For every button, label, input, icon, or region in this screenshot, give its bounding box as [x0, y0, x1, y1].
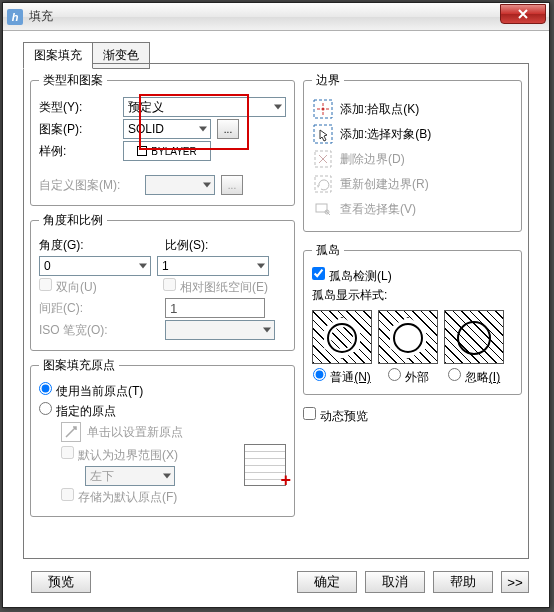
label-custom: 自定义图案(M): — [39, 177, 139, 194]
legend-origin: 图案填充原点 — [39, 357, 119, 374]
pattern-browse-button[interactable]: ... — [217, 119, 239, 139]
window-title: 填充 — [29, 8, 53, 25]
btn-del-boundary: 删除边界(D) — [312, 148, 513, 170]
checkbox-paperspace: 相对图纸空间(E) — [163, 278, 268, 296]
radio-use-current[interactable]: 使用当前原点(T) — [39, 382, 143, 400]
view-selection-icon — [312, 198, 334, 220]
origin-preview-icon — [244, 444, 286, 486]
dialog-window: h 填充 图案填充 渐变色 类型和图案 类型(Y): 预定义 — [2, 2, 550, 608]
client-area: 图案填充 渐变色 类型和图案 类型(Y): 预定义 图案(P): — [11, 37, 541, 599]
svg-point-1 — [322, 108, 325, 111]
legend-boundary: 边界 — [312, 72, 344, 89]
label-sample: 样例: — [39, 143, 117, 160]
checkbox-dynamic-preview[interactable]: 动态预览 — [303, 407, 368, 425]
app-icon: h — [7, 9, 23, 25]
group-boundary: 边界 添加:拾取点(K) 添加:选择对象(B) 删除边界(D) — [303, 72, 522, 232]
legend-type-pattern: 类型和图案 — [39, 72, 107, 89]
btn-recreate-boundary: 重新创建边界(R) — [312, 173, 513, 195]
btn-view-selection: 查看选择集(V) — [312, 198, 513, 220]
combo-isopen — [165, 320, 275, 340]
left-column: 类型和图案 类型(Y): 预定义 图案(P): SOLID ... 样例: — [30, 72, 295, 550]
footer: 预览 确定 取消 帮助 >> — [23, 571, 529, 593]
pick-point-icon — [312, 98, 334, 120]
label-type: 类型(Y): — [39, 99, 117, 116]
combo-custom — [145, 175, 215, 195]
combo-scale[interactable]: 1 — [157, 256, 269, 276]
close-button[interactable] — [500, 4, 546, 24]
label-spacing: 间距(C): — [39, 300, 159, 317]
combo-type[interactable]: 预定义 — [123, 97, 286, 117]
cancel-button[interactable]: 取消 — [365, 571, 425, 593]
label-scale: 比例(S): — [165, 237, 243, 254]
origin-pick-icon — [61, 422, 81, 442]
preview-button[interactable]: 预览 — [31, 571, 91, 593]
group-island: 孤岛 孤岛检测(L) 孤岛显示样式: 普通(N) 外部 — [303, 242, 522, 395]
island-ignore[interactable]: 忽略(I) — [444, 310, 504, 386]
radio-specified[interactable]: 指定的原点 — [39, 402, 116, 420]
titlebar: h 填充 — [3, 3, 549, 31]
label-island-style: 孤岛显示样式: — [312, 287, 513, 304]
checkbox-island-detect[interactable]: 孤岛检测(L) — [312, 267, 392, 285]
custom-browse-button: ... — [221, 175, 243, 195]
combo-origin-pos: 左下 — [85, 466, 175, 486]
label-pattern: 图案(P): — [39, 121, 117, 138]
close-icon — [518, 9, 528, 19]
label-isopen: ISO 笔宽(O): — [39, 322, 159, 339]
recreate-boundary-icon — [312, 173, 334, 195]
legend-angle-scale: 角度和比例 — [39, 212, 107, 229]
help-button[interactable]: 帮助 — [433, 571, 493, 593]
tab-hatch[interactable]: 图案填充 — [23, 42, 93, 69]
checkbox-store-default: 存储为默认原点(F) — [61, 488, 177, 506]
input-spacing — [165, 298, 265, 318]
checkbox-default-boundary: 默认为边界范围(X) — [61, 446, 178, 464]
combo-pattern[interactable]: SOLID — [123, 119, 211, 139]
btn-add-select[interactable]: 添加:选择对象(B) — [312, 123, 513, 145]
select-object-icon — [312, 123, 334, 145]
combo-angle[interactable]: 0 — [39, 256, 151, 276]
island-normal[interactable]: 普通(N) — [312, 310, 372, 386]
sample-swatch[interactable]: BYLAYER — [123, 141, 211, 161]
label-angle: 角度(G): — [39, 237, 159, 254]
ok-button[interactable]: 确定 — [297, 571, 357, 593]
island-outer[interactable]: 外部 — [378, 310, 438, 386]
btn-add-pick[interactable]: 添加:拾取点(K) — [312, 98, 513, 120]
expand-button[interactable]: >> — [501, 571, 529, 593]
group-type-pattern: 类型和图案 类型(Y): 预定义 图案(P): SOLID ... 样例: — [30, 72, 295, 206]
swatch-color-icon — [137, 146, 147, 156]
delete-boundary-icon — [312, 148, 334, 170]
legend-island: 孤岛 — [312, 242, 344, 259]
label-click-new: 单击以设置新原点 — [87, 424, 183, 441]
group-origin: 图案填充原点 使用当前原点(T) 指定的原点 单击以设置新原点 — [30, 357, 295, 517]
tab-page: 类型和图案 类型(Y): 预定义 图案(P): SOLID ... 样例: — [23, 63, 529, 559]
right-column: 边界 添加:拾取点(K) 添加:选择对象(B) 删除边界(D) — [303, 72, 522, 550]
checkbox-double: 双向(U) — [39, 278, 157, 296]
group-angle-scale: 角度和比例 角度(G): 比例(S): 0 1 双向(U) 相对图纸空间(E) — [30, 212, 295, 351]
